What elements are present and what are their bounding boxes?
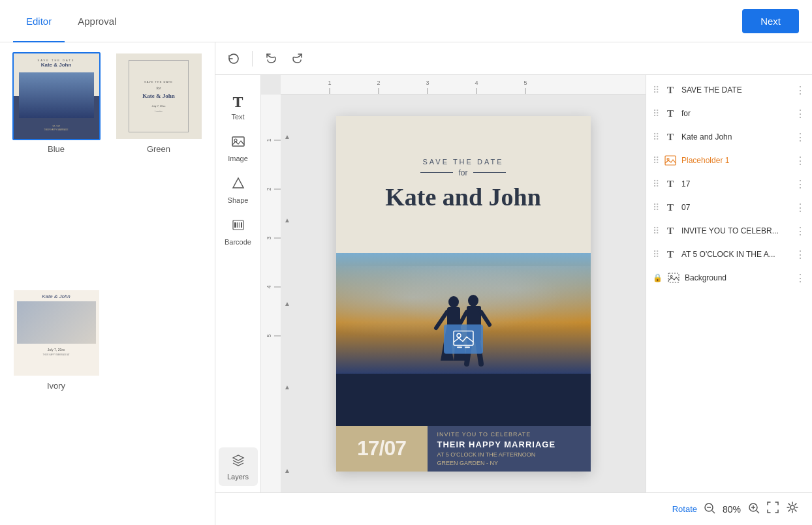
layer-text-icon: T bbox=[663, 247, 678, 262]
layer-more-menu[interactable]: ⋮ bbox=[795, 178, 805, 190]
tab-editor[interactable]: Editor bbox=[13, 0, 65, 42]
layer-item-invite[interactable]: ⠿ T INVITE YOU TO CELEBR... ⋮ bbox=[646, 219, 812, 243]
layer-item-placeholder1[interactable]: ⠿ Placeholder 1 ⋮ bbox=[646, 149, 812, 172]
svg-text:3: 3 bbox=[426, 80, 429, 86]
layer-more-menu[interactable]: ⋮ bbox=[795, 155, 805, 167]
layer-item-kate-john[interactable]: ⠿ T Kate and John ⋮ bbox=[646, 125, 812, 149]
image-placeholder[interactable] bbox=[444, 325, 483, 354]
card-for-divider: for bbox=[420, 168, 505, 177]
tool-shape-label: Shape bbox=[228, 196, 249, 204]
layer-item-17[interactable]: ⠿ T 17 ⋮ bbox=[646, 172, 812, 196]
svg-point-32 bbox=[468, 295, 478, 307]
header-tabs: Editor Approval bbox=[13, 0, 129, 42]
drag-handle: ⠿ bbox=[653, 179, 659, 189]
zoom-in-button[interactable] bbox=[748, 502, 760, 517]
svg-point-53 bbox=[790, 505, 794, 509]
svg-text:1: 1 bbox=[328, 80, 331, 86]
svg-rect-5 bbox=[239, 222, 240, 228]
scroll-arrows: ▲ ▲ ▲ ▲ ▲ bbox=[281, 95, 294, 492]
layer-item-save-the-date[interactable]: ⠿ T SAVE THE DATE ⋮ bbox=[646, 78, 812, 102]
layer-more-menu[interactable]: ⋮ bbox=[795, 225, 805, 237]
layers-panel: ⠿ T SAVE THE DATE ⋮ ⠿ T for ⋮ ⠿ T Kate a… bbox=[646, 75, 812, 492]
svg-rect-44 bbox=[668, 273, 679, 282]
drag-handle: ⠿ bbox=[653, 155, 659, 166]
tool-barcode[interactable]: Barcode bbox=[219, 213, 258, 251]
layer-name-placeholder1: Placeholder 1 bbox=[681, 156, 791, 165]
canvas-container: 1 2 3 4 5 1 bbox=[261, 75, 646, 492]
svg-text:5: 5 bbox=[523, 80, 527, 86]
thumbnail-green[interactable]: SAVE THE DATE for Kate & John July 7, 20… bbox=[112, 52, 205, 279]
layer-more-menu[interactable]: ⋮ bbox=[795, 272, 805, 284]
card-time: AT 5 O'CLOCK IN THE AFTERNOON bbox=[437, 451, 581, 458]
redo-button[interactable] bbox=[286, 48, 309, 69]
thumb-img-ivory: Kate & John July 7, 20xx THEIR HAPPY MAR… bbox=[12, 289, 101, 377]
svg-text:4: 4 bbox=[475, 80, 478, 86]
drag-handle: ⠿ bbox=[653, 132, 659, 142]
header: Editor Approval Next bbox=[0, 0, 812, 42]
layer-name-at5: AT 5 O'CLOCK IN THE A... bbox=[681, 250, 791, 259]
svg-rect-40 bbox=[457, 346, 462, 348]
design-card[interactable]: SAVE THE DATE for Kate and John bbox=[336, 116, 591, 472]
svg-point-45 bbox=[670, 276, 672, 278]
layer-text-icon: T bbox=[663, 130, 678, 144]
layer-item-at5[interactable]: ⠿ T AT 5 O'CLOCK IN THE A... ⋮ bbox=[646, 243, 812, 266]
layer-item-07[interactable]: ⠿ T 07 ⋮ bbox=[646, 196, 812, 219]
thumbnail-ivory[interactable]: Kate & John July 7, 20xx THEIR HAPPY MAR… bbox=[10, 289, 102, 516]
tool-image[interactable]: Image bbox=[219, 129, 258, 168]
card-marriage: THEIR HAPPY MARRIAGE bbox=[437, 440, 581, 449]
image-icon bbox=[231, 134, 245, 153]
fullscreen-button[interactable] bbox=[766, 501, 779, 517]
tab-approval[interactable]: Approval bbox=[65, 0, 129, 42]
svg-rect-0 bbox=[232, 137, 244, 146]
footer-bar: Rotate 80% bbox=[215, 492, 812, 525]
layer-item-for[interactable]: ⠿ T for ⋮ bbox=[646, 102, 812, 125]
ruler-left: 1 2 3 4 5 bbox=[261, 95, 281, 492]
layer-name-save-the-date: SAVE THE DATE bbox=[681, 85, 791, 95]
canvas-right-row: T Text Image bbox=[215, 75, 812, 492]
svg-line-48 bbox=[712, 511, 715, 513]
layer-more-menu[interactable]: ⋮ bbox=[795, 202, 805, 214]
layer-name-17: 17 bbox=[681, 179, 791, 188]
svg-point-39 bbox=[457, 333, 461, 337]
svg-point-43 bbox=[667, 158, 669, 160]
drag-handle: ⠿ bbox=[653, 249, 659, 260]
zoom-out-button[interactable] bbox=[704, 502, 715, 517]
thumb-label-green: Green bbox=[147, 144, 170, 154]
layer-more-menu[interactable]: ⋮ bbox=[795, 108, 805, 120]
tool-text[interactable]: T Text bbox=[219, 88, 258, 126]
thumbnail-blue[interactable]: SAVE THE DATE Kate & John 17 / 07THEIR H… bbox=[10, 52, 102, 279]
tools-sidebar: T Text Image bbox=[215, 75, 261, 492]
svg-text:4: 4 bbox=[266, 285, 272, 288]
layer-more-menu[interactable]: ⋮ bbox=[795, 248, 805, 261]
layer-name-invite: INVITE YOU TO CELEBR... bbox=[681, 226, 791, 235]
layer-name-07: 07 bbox=[681, 203, 791, 212]
zoom-percentage: 80% bbox=[719, 504, 745, 515]
svg-line-52 bbox=[757, 511, 759, 513]
card-invite: INVITE YOU TO CELEBRATE bbox=[437, 431, 581, 438]
tool-layers[interactable]: Layers bbox=[219, 447, 258, 486]
thumb-img-blue: SAVE THE DATE Kate & John 17 / 07THEIR H… bbox=[12, 52, 101, 140]
svg-rect-6 bbox=[241, 222, 242, 228]
card-photo[interactable] bbox=[336, 253, 591, 426]
layer-text-icon: T bbox=[663, 83, 678, 97]
card-bottom: 17/07 INVITE YOU TO CELEBRATE THEIR HAPP… bbox=[336, 426, 591, 472]
settings-button[interactable] bbox=[786, 501, 799, 517]
layer-more-menu[interactable]: ⋮ bbox=[795, 131, 805, 143]
tool-image-label: Image bbox=[228, 155, 248, 162]
layer-more-menu[interactable]: ⋮ bbox=[795, 84, 805, 97]
layer-text-icon: T bbox=[663, 177, 678, 191]
svg-rect-3 bbox=[234, 222, 236, 228]
undo-button[interactable] bbox=[259, 48, 283, 69]
next-button[interactable]: Next bbox=[742, 9, 799, 33]
svg-rect-42 bbox=[665, 156, 676, 165]
layer-image-icon-bg bbox=[666, 271, 681, 285]
tool-shape[interactable]: Shape bbox=[219, 171, 258, 209]
svg-text:5: 5 bbox=[266, 334, 272, 337]
drag-handle: ⠿ bbox=[653, 85, 659, 95]
svg-point-1 bbox=[234, 139, 237, 142]
layer-item-background[interactable]: 🔒 Background ⋮ bbox=[646, 266, 812, 290]
card-for: for bbox=[458, 168, 467, 177]
history-button[interactable] bbox=[222, 48, 245, 69]
layer-image-icon bbox=[663, 153, 678, 168]
rotate-button[interactable]: Rotate bbox=[672, 504, 697, 514]
